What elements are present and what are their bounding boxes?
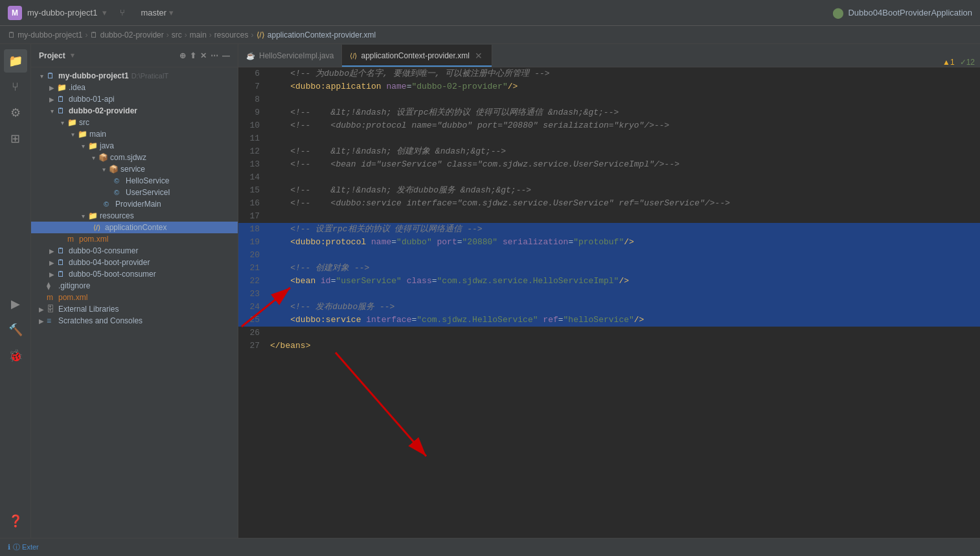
line-num-21: 21 xyxy=(238,262,268,275)
code-line-9: 9 <!-- &lt;!&ndash; 设置rpc相关的协议 使得可以网络通信 … xyxy=(238,106,980,119)
tree-item-java[interactable]: ▾ 📁 java xyxy=(31,140,238,152)
line-num-26: 26 xyxy=(238,327,268,340)
tree-arrow-main: ▾ xyxy=(67,131,78,138)
code-line-20: 20 xyxy=(238,249,980,262)
tree-label-pom1: pom.xml xyxy=(79,235,108,244)
tab-helloimpl[interactable]: ☕ HelloServiceImpl.java xyxy=(238,45,342,67)
tab-close-appcontext[interactable]: ✕ xyxy=(473,51,484,61)
collapse-icon[interactable]: ⬆ xyxy=(190,51,196,60)
line-num-25: 25 xyxy=(238,314,268,327)
sidebar-tree: ▾ 🗒 my-dubbo-project1 D:\PraticalT ▶ 📁 .… xyxy=(31,67,238,538)
tree-item-appcontext[interactable]: ⟨/⟩ applicationContex xyxy=(31,222,238,233)
line-content-19: <dubbo:protocol name="dubbo" port="20880… xyxy=(268,236,980,249)
close-sidebar-icon[interactable]: ✕ xyxy=(200,51,207,60)
title-bar-right: ⬤ Dubbo04BootProviderApplication xyxy=(832,6,972,19)
line-num-6: 6 xyxy=(238,67,268,80)
tree-arrow-extlibs: ▶ xyxy=(36,306,47,313)
tree-item-src[interactable]: ▾ 📁 src xyxy=(31,117,238,128)
sidebar: Project ▾ ⊕ ⬆ ✕ ⋯ — ▾ 🗒 my-dubbo-project… xyxy=(31,44,238,538)
line-num-12: 12 xyxy=(238,145,268,158)
bc-main[interactable]: main xyxy=(190,30,207,40)
tree-item-scratches[interactable]: ▶ ≡ Scratches and Consoles xyxy=(31,315,238,327)
editor-toolbar: ▲1 ✓12 xyxy=(942,58,980,67)
tree-item-provider[interactable]: ▾ 🗒 dubbo-02-provider xyxy=(31,105,238,117)
settings-icon[interactable]: ⋯ xyxy=(211,51,218,60)
tree-item-api[interactable]: ▶ 🗒 dubbo-01-api xyxy=(31,93,238,105)
tree-item-root[interactable]: ▾ 🗒 my-dubbo-project1 D:\PraticalT xyxy=(31,70,238,82)
code-editor[interactable]: 6 <!-- 为dubbo起个名字, 要做到唯一, 可以被注册中心所管理 -->… xyxy=(238,67,980,538)
activity-run[interactable]: ▶ xyxy=(4,292,27,316)
interface-icon-user: © xyxy=(114,189,126,196)
bc-resources[interactable]: resources xyxy=(214,30,249,40)
activity-vcs[interactable]: ⑂ xyxy=(4,75,27,98)
module-icon-root: 🗒 xyxy=(47,71,58,80)
line-content-10: <!-- <dubbo:protocol name="dubbo" port="… xyxy=(268,119,980,132)
add-icon[interactable]: ⊕ xyxy=(179,51,186,60)
info-badge: ✓12 xyxy=(960,58,975,67)
tree-item-pom2[interactable]: m pom.xml xyxy=(31,292,238,303)
sidebar-title: Project xyxy=(39,51,65,60)
root-path: D:\PraticalT xyxy=(131,72,168,80)
tree-arrow-provider: ▾ xyxy=(47,108,57,115)
project-name[interactable]: my-dubbo-project1 xyxy=(27,8,97,17)
tree-item-userservicei[interactable]: © UserServiceI xyxy=(31,187,238,198)
minimize-icon[interactable]: — xyxy=(222,51,230,60)
tree-item-helloservice[interactable]: © HelloService xyxy=(31,175,238,187)
code-line-27: 27 </beans> xyxy=(238,340,980,353)
branch-name[interactable]: master ▾ xyxy=(141,8,174,17)
tree-item-extlibs[interactable]: ▶ 🗄 External Libraries xyxy=(31,303,238,315)
tree-item-idea[interactable]: ▶ 📁 .idea xyxy=(31,82,238,93)
line-content-13: <!-- <bean id="userService" class="com.s… xyxy=(268,158,980,171)
bc-src[interactable]: src xyxy=(172,30,182,40)
tab-java-icon: ☕ xyxy=(246,52,255,60)
tree-label-providermain: ProviderMain xyxy=(115,200,161,209)
tree-item-resources[interactable]: ▾ 📁 resources xyxy=(31,210,238,222)
code-line-7: 7 <dubbo:application name="dubbo-02-prov… xyxy=(238,80,980,93)
line-num-8: 8 xyxy=(238,93,268,106)
tree-label-userservicei: UserServiceI xyxy=(126,188,170,197)
line-num-11: 11 xyxy=(238,132,268,145)
activity-project[interactable]: 📁 xyxy=(4,49,27,73)
bc-file[interactable]: applicationContext-provider.xml xyxy=(268,30,376,40)
folder-icon-resources: 📁 xyxy=(88,211,100,220)
tree-item-pom1[interactable]: m pom.xml xyxy=(31,233,238,245)
activity-debug[interactable]: 🐞 xyxy=(4,344,27,367)
tree-item-main[interactable]: ▾ 📁 main xyxy=(31,128,238,140)
activity-help[interactable]: ❓ xyxy=(4,509,27,533)
activity-build[interactable]: 🔨 xyxy=(4,318,27,342)
git-icon: ⧫ xyxy=(47,281,58,290)
code-line-15: 15 <!-- &lt;!&ndash; 发布dubbo服务 &ndash;&g… xyxy=(238,184,980,197)
tab-appcontext[interactable]: ⟨/⟩ applicationContext-provider.xml ✕ xyxy=(342,45,492,67)
line-num-27: 27 xyxy=(238,340,268,353)
tree-item-bootprovider[interactable]: ▶ 🗒 dubbo-04-boot-provider xyxy=(31,257,238,268)
tree-label-idea: .idea xyxy=(69,83,85,92)
code-line-24: 24 <!-- 发布dubbo服务 --> xyxy=(238,301,980,314)
tree-label-resources: resources xyxy=(100,211,134,220)
tree-label-consumer: dubbo-03-consumer xyxy=(69,246,138,255)
activity-structure[interactable]: ⚙ xyxy=(4,101,27,124)
interface-icon-hello: © xyxy=(114,177,126,185)
tree-label-comsjdwz: com.sjdwz xyxy=(110,153,146,162)
tree-item-providermain[interactable]: © ProviderMain xyxy=(31,198,238,210)
tab-bar: ☕ HelloServiceImpl.java ⟨/⟩ applicationC… xyxy=(238,44,980,67)
tree-arrow-api: ▶ xyxy=(47,96,57,103)
bc-module[interactable]: 🗒 dubbo-02-provider xyxy=(90,30,163,40)
line-content-6: <!-- 为dubbo起个名字, 要做到唯一, 可以被注册中心所管理 --> xyxy=(268,67,980,80)
line-content-22: <bean id="userService" class="com.sjdwz.… xyxy=(268,275,980,288)
scratch-icon: ≡ xyxy=(47,316,58,325)
line-content-24: <!-- 发布dubbo服务 --> xyxy=(268,301,980,314)
status-info-icon: ℹ xyxy=(8,543,10,551)
tree-item-service[interactable]: ▾ 📦 service xyxy=(31,163,238,175)
tree-label-gitignore: .gitignore xyxy=(58,281,90,290)
tree-item-consumer[interactable]: ▶ 🗒 dubbo-03-consumer xyxy=(31,245,238,257)
tree-label-scratches: Scratches and Consoles xyxy=(58,316,142,325)
tree-item-bootconsumer[interactable]: ▶ 🗒 dubbo-05-boot-consumer xyxy=(31,268,238,280)
bc-project[interactable]: 🗒 my-dubbo-project1 xyxy=(8,30,82,40)
activity-plugins[interactable]: ⊞ xyxy=(4,127,27,150)
line-content-16: <!-- <dubbo:service interface="com.sjdwz… xyxy=(268,197,980,210)
project-icon: M xyxy=(8,6,22,20)
tree-item-comsjdwz[interactable]: ▾ 📦 com.sjdwz xyxy=(31,152,238,163)
tree-item-gitignore[interactable]: ⧫ .gitignore xyxy=(31,280,238,292)
code-line-11: 11 xyxy=(238,132,980,145)
folder-icon-service: 📦 xyxy=(109,165,120,174)
